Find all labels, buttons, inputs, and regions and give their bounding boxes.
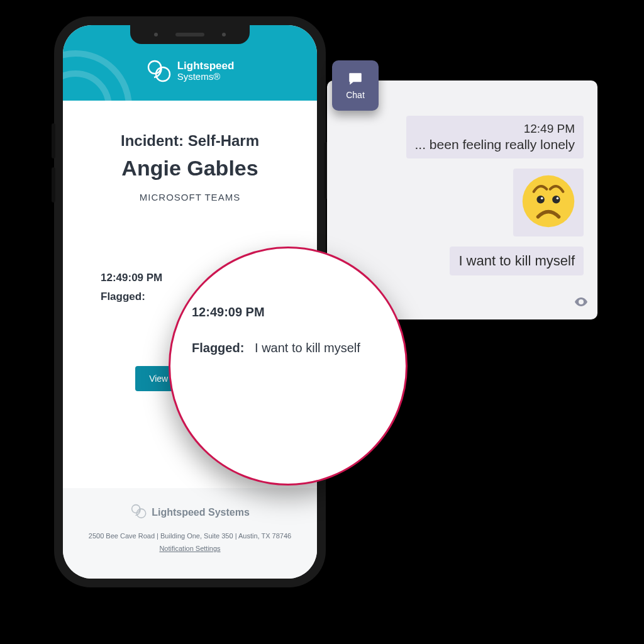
lightspeed-logo-icon [130,503,147,522]
footer-address: 2500 Bee Cave Road | Building One, Suite… [75,532,304,540]
chat-message-time: 12:49 PM [415,122,575,136]
footer-brand: Lightspeed Systems [75,503,304,522]
volume-down-button[interactable] [52,167,55,203]
footer-brand-text: Lightspeed Systems [152,507,250,518]
chat-message-emoji [513,169,584,236]
incident-label: Incident: Self-Harm [82,132,298,150]
brand-logo: Lightspeed Systems® [146,58,235,84]
svg-point-4 [557,197,559,199]
lightspeed-logo-icon [146,58,171,84]
brand-line1: Lightspeed [177,60,235,72]
svg-point-8 [137,509,146,518]
chat-badge-label: Chat [346,90,365,100]
chat-message: 12:49 PM ... been feeling really lonely [406,116,584,158]
magnifier-flagged-label: Flagged: [192,341,244,355]
header-decoration [63,50,132,101]
chat-message-text: ... been feeling really lonely [415,137,575,152]
magnifier-message: I want to kill myself [255,341,360,355]
incident-source: MICROSOFT TEAMS [82,192,298,203]
chat-icon [347,71,364,87]
worried-face-icon [521,220,576,231]
magnifier-time: 12:49:09 PM [192,305,384,319]
svg-point-5 [148,61,161,74]
chat-badge[interactable]: Chat [332,60,379,111]
svg-point-6 [156,67,170,81]
svg-point-3 [541,197,543,199]
svg-point-2 [552,196,560,203]
chat-message: I want to kill myself [450,247,584,275]
volume-up-button[interactable] [52,123,55,158]
incident-name: Angie Gables [82,156,298,180]
notification-settings-link[interactable]: Notification Settings [159,545,220,552]
seen-icon [574,294,589,312]
chat-message-text: I want to kill myself [458,253,575,269]
svg-point-7 [132,505,140,513]
phone-notch [130,25,250,44]
footer: Lightspeed Systems 2500 Bee Cave Road | … [63,488,317,579]
svg-point-0 [523,175,575,228]
svg-point-1 [536,196,544,203]
brand-line2: Systems® [177,72,235,82]
magnifier-flagged: Flagged: I want to kill myself [192,341,384,355]
magnifier-callout: 12:49:09 PM Flagged: I want to kill myse… [169,247,408,486]
